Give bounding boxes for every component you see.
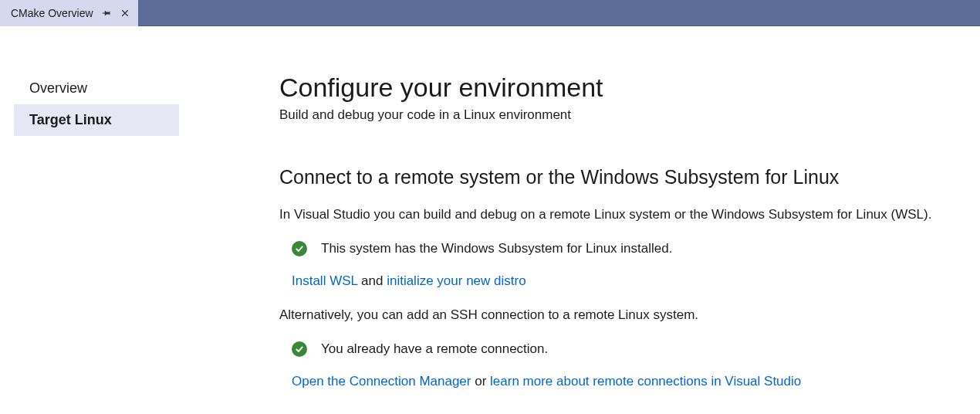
status-text: You already have a remote connection.: [321, 341, 548, 357]
section-heading: Connect to a remote system or the Window…: [279, 166, 965, 188]
open-connection-manager-link[interactable]: Open the Connection Manager: [292, 374, 471, 389]
learn-more-remote-link[interactable]: learn more about remote connections in V…: [490, 374, 801, 389]
sidebar-item-label: Overview: [29, 80, 87, 96]
wsl-links-row: Install WSL and initialize your new dist…: [279, 273, 965, 289]
install-wsl-link[interactable]: Install WSL: [292, 273, 357, 288]
alt-text: Alternatively, you can add an SSH connec…: [279, 306, 965, 324]
sidebar: Overview Target Linux: [0, 73, 179, 414]
text-or: or: [471, 374, 491, 389]
text-and: and: [357, 273, 387, 288]
status-remote-connection: You already have a remote connection.: [279, 341, 965, 357]
check-icon: [292, 241, 307, 256]
titlebar: CMake Overview: [0, 0, 980, 26]
status-text: This system has the Windows Subsystem fo…: [321, 241, 672, 256]
document-tab[interactable]: CMake Overview: [0, 0, 138, 26]
page-subtitle: Build and debug your code in a Linux env…: [279, 107, 965, 123]
sidebar-item-label: Target Linux: [29, 112, 112, 127]
tab-title: CMake Overview: [11, 7, 93, 19]
initialize-distro-link[interactable]: initialize your new distro: [387, 273, 525, 288]
content-area: Overview Target Linux Configure your env…: [0, 26, 980, 414]
status-wsl-installed: This system has the Windows Subsystem fo…: [279, 241, 965, 256]
connection-links-row: Open the Connection Manager or learn mor…: [279, 374, 965, 389]
page-title: Configure your environment: [279, 73, 965, 103]
main-panel: Configure your environment Build and deb…: [179, 73, 980, 414]
pin-icon[interactable]: [101, 8, 112, 19]
intro-text: In Visual Studio you can build and debug…: [279, 205, 965, 224]
sidebar-item-overview[interactable]: Overview: [14, 73, 179, 104]
sidebar-item-target-linux[interactable]: Target Linux: [14, 104, 179, 136]
check-icon: [292, 341, 307, 357]
close-icon[interactable]: [120, 8, 130, 19]
